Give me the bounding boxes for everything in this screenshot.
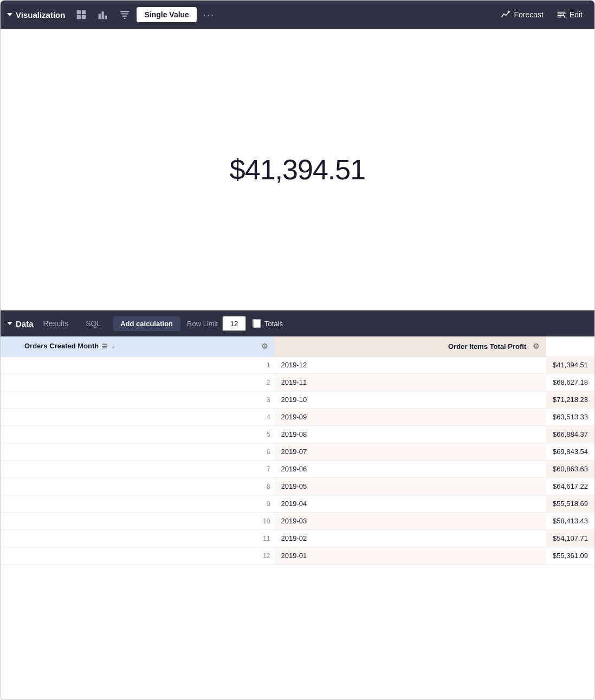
add-calculation-button[interactable]: Add calculation: [113, 316, 180, 331]
row-num: 5: [1, 426, 275, 443]
data-table: Orders Created Month ☰ ↓ ⚙ Order Items T…: [1, 336, 594, 565]
table-row: 2 2019-11 $68,627.18: [1, 374, 594, 391]
svg-rect-2: [77, 15, 81, 20]
row-num: 3: [1, 391, 275, 409]
col-month-label: Orders Created Month: [24, 342, 99, 350]
sql-tab[interactable]: SQL: [78, 316, 108, 331]
svg-rect-3: [82, 15, 86, 20]
row-month: 2019-02: [275, 530, 546, 547]
table-area: Orders Created Month ☰ ↓ ⚙ Order Items T…: [1, 336, 594, 699]
row-num: 9: [1, 495, 275, 513]
top-toolbar: Visualization: [1, 1, 594, 29]
bar-chart-button[interactable]: [93, 6, 113, 23]
table-row: 12 2019-01 $55,361.09: [1, 547, 594, 565]
table-row: 6 2019-07 $69,843.54: [1, 443, 594, 461]
svg-rect-5: [102, 11, 104, 19]
filter-view-button[interactable]: [115, 6, 134, 23]
table-icon: [76, 9, 87, 20]
results-tab[interactable]: Results: [36, 316, 76, 331]
row-profit: $55,518.69: [546, 495, 594, 513]
chevron-down-icon: [7, 13, 12, 16]
table-row: 4 2019-09 $63,513.33: [1, 409, 594, 426]
table-body: 1 2019-12 $41,394.51 2 2019-11 $68,627.1…: [1, 357, 594, 565]
sort-icon[interactable]: ↓: [112, 342, 115, 350]
table-view-button[interactable]: [72, 6, 91, 23]
single-value-display: $41,394.51: [230, 153, 365, 186]
table-row: 3 2019-10 $71,218.23: [1, 391, 594, 409]
row-profit: $68,627.18: [546, 374, 594, 391]
row-profit: $54,107.71: [546, 530, 594, 547]
col-header-profit: Order Items Total Profit ⚙: [275, 336, 546, 357]
main-container: Visualization: [0, 0, 595, 700]
table-row: 11 2019-02 $54,107.71: [1, 530, 594, 547]
edit-icon: [557, 10, 566, 20]
svg-rect-8: [121, 14, 128, 15]
svg-rect-6: [105, 16, 107, 20]
row-month: 2019-09: [275, 409, 546, 426]
row-profit: $66,884.37: [546, 426, 594, 443]
row-num: 8: [1, 478, 275, 495]
row-profit: $71,218.23: [546, 391, 594, 409]
visualization-menu[interactable]: Visualization: [7, 10, 65, 20]
data-menu[interactable]: Data: [7, 319, 34, 328]
row-profit: $63,513.33: [546, 409, 594, 426]
row-month: 2019-04: [275, 495, 546, 513]
chevron-down-icon: [7, 322, 12, 325]
row-month: 2019-07: [275, 443, 546, 461]
row-profit: $58,413.43: [546, 513, 594, 530]
row-num: 7: [1, 461, 275, 478]
visualization-label: Visualization: [16, 10, 65, 20]
row-month: 2019-11: [275, 374, 546, 391]
totals-wrap: Totals: [253, 319, 283, 328]
svg-rect-9: [122, 16, 127, 17]
row-profit: $64,617.22: [546, 478, 594, 495]
filter-icon: ☰: [102, 343, 107, 349]
edit-button[interactable]: Edit: [551, 7, 588, 23]
edit-label: Edit: [570, 10, 583, 19]
row-num: 4: [1, 409, 275, 426]
single-value-tab[interactable]: Single Value: [137, 7, 196, 22]
single-value-area: $41,394.51: [1, 29, 594, 310]
forecast-icon: [501, 10, 510, 20]
table-row: 1 2019-12 $41,394.51: [1, 357, 594, 374]
col-profit-label: Order Items Total Profit: [448, 342, 526, 351]
table-row: 10 2019-03 $58,413.43: [1, 513, 594, 530]
row-month: 2019-06: [275, 461, 546, 478]
data-label-text: Data: [16, 319, 34, 328]
col-month-gear-icon[interactable]: ⚙: [261, 342, 268, 351]
forecast-button[interactable]: Forecast: [495, 7, 548, 23]
row-profit: $41,394.51: [546, 357, 594, 374]
row-num: 6: [1, 443, 275, 461]
row-month: 2019-03: [275, 513, 546, 530]
totals-checkbox[interactable]: [253, 319, 261, 328]
svg-line-17: [564, 15, 565, 18]
row-limit-input[interactable]: [222, 316, 246, 331]
col-profit-gear-icon[interactable]: ⚙: [533, 342, 540, 351]
row-month: 2019-01: [275, 547, 546, 565]
totals-label: Totals: [264, 320, 283, 328]
row-num: 11: [1, 530, 275, 547]
svg-rect-4: [99, 14, 101, 19]
row-month: 2019-05: [275, 478, 546, 495]
bottom-toolbar: Data Results SQL Add calculation Row Lim…: [1, 310, 594, 336]
col-header-month: Orders Created Month ☰ ↓ ⚙: [1, 336, 275, 357]
row-month: 2019-10: [275, 391, 546, 409]
svg-rect-0: [77, 10, 81, 15]
svg-rect-7: [120, 11, 130, 12]
svg-rect-10: [124, 18, 126, 19]
row-month: 2019-08: [275, 426, 546, 443]
forecast-label: Forecast: [514, 10, 543, 19]
row-num: 2: [1, 374, 275, 391]
row-month: 2019-12: [275, 357, 546, 374]
bar-chart-icon: [98, 9, 108, 20]
row-num: 1: [1, 357, 275, 374]
filter-icon: [119, 9, 130, 20]
row-num: 12: [1, 547, 275, 565]
table-row: 9 2019-04 $55,518.69: [1, 495, 594, 513]
more-options-button[interactable]: ···: [199, 7, 219, 23]
table-row: 7 2019-06 $60,863.63: [1, 461, 594, 478]
row-profit: $55,361.09: [546, 547, 594, 565]
row-profit: $69,843.54: [546, 443, 594, 461]
table-row: 8 2019-05 $64,617.22: [1, 478, 594, 495]
svg-rect-1: [82, 10, 86, 15]
